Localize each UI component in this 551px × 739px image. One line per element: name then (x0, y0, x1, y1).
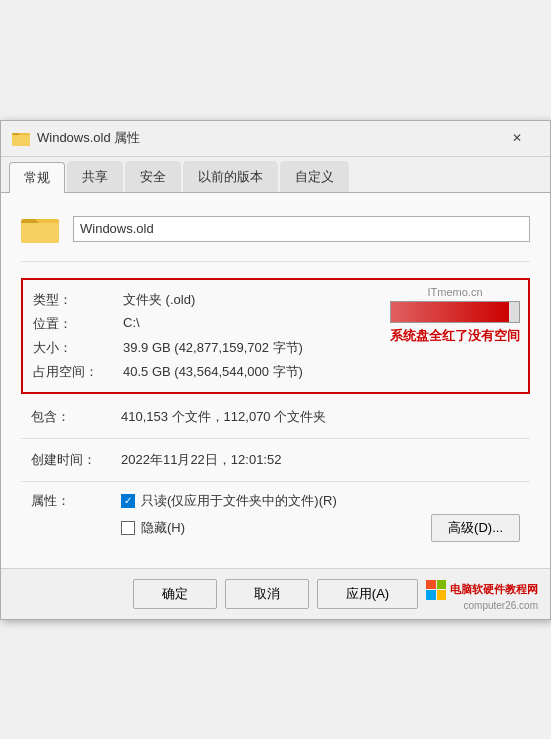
watermark-logo-row: 电脑软硬件教程网 (426, 580, 538, 600)
hidden-checkbox[interactable] (121, 521, 135, 535)
hidden-label: 隐藏(H) (141, 519, 185, 537)
normal-props: 包含： 410,153 个文件，112,070 个文件夹 (21, 404, 530, 430)
occupied-row: 占用空间： 40.5 GB (43,564,544,000 字节) (23, 360, 528, 384)
folder-name-row (21, 209, 530, 262)
readonly-label: 只读(仅应用于文件夹中的文件)(R) (141, 492, 337, 510)
content-area: ITmemo.cn 系统盘全红了没有空间 类型： 文件夹 (.old) 位置： … (1, 193, 550, 568)
attributes-section: 属性： 只读(仅应用于文件夹中的文件)(R) 隐藏(H) 高级(D)... (21, 490, 530, 544)
bottom-watermark: 电脑软硬件教程网 computer26.com (426, 580, 538, 611)
tab-customize[interactable]: 自定义 (280, 161, 349, 192)
svg-rect-1 (12, 135, 30, 146)
advanced-button[interactable]: 高级(D)... (431, 514, 520, 542)
title-folder-icon (11, 128, 31, 148)
attrs-label-row: 属性： 只读(仅应用于文件夹中的文件)(R) (21, 490, 530, 512)
hidden-row[interactable]: 隐藏(H) (121, 519, 185, 537)
watermark-url: computer26.com (464, 600, 538, 611)
watermark-overlay: ITmemo.cn 系统盘全红了没有空间 (390, 286, 520, 345)
type-label: 类型： (33, 291, 123, 309)
apply-button[interactable]: 应用(A) (317, 579, 418, 609)
tab-security[interactable]: 安全 (125, 161, 181, 192)
attrs-label: 属性： (31, 492, 121, 510)
windows-logo-icon (426, 580, 446, 600)
ok-button[interactable]: 确定 (133, 579, 217, 609)
watermark-domain: ITmemo.cn (427, 286, 482, 298)
watermark-title: 电脑软硬件教程网 (450, 582, 538, 597)
folder-icon (21, 209, 61, 249)
folder-name-input[interactable] (73, 216, 530, 242)
highlighted-props: ITmemo.cn 系统盘全红了没有空间 类型： 文件夹 (.old) 位置： … (21, 278, 530, 394)
tabs-bar: 常规 共享 安全 以前的版本 自定义 (1, 157, 550, 193)
contains-label: 包含： (31, 408, 121, 426)
contains-value: 410,153 个文件，112,070 个文件夹 (121, 408, 326, 426)
win-sq-1 (426, 580, 436, 590)
occupied-value: 40.5 GB (43,564,544,000 字节) (123, 363, 518, 381)
occupied-label: 占用空间： (33, 363, 123, 381)
readonly-row[interactable]: 只读(仅应用于文件夹中的文件)(R) (121, 492, 337, 510)
disk-bar-used (391, 302, 509, 322)
divider-2 (21, 481, 530, 482)
created-value: 2022年11月22日，12:01:52 (121, 451, 281, 469)
tab-general[interactable]: 常规 (9, 162, 65, 193)
title-controls: ✕ (494, 123, 540, 153)
win-sq-2 (437, 580, 447, 590)
svg-rect-3 (21, 223, 59, 243)
close-button[interactable]: ✕ (494, 123, 540, 153)
bottom-bar: 确定 取消 应用(A) 电脑软硬件教程网 computer26.com (1, 568, 550, 619)
created-row: 创建时间： 2022年11月22日，12:01:52 (21, 447, 530, 473)
disk-bar (390, 301, 520, 323)
properties-window: Windows.old 属性 ✕ 常规 共享 安全 以前的版本 自定义 ITme… (0, 120, 551, 620)
contains-row: 包含： 410,153 个文件，112,070 个文件夹 (21, 404, 530, 430)
location-label: 位置： (33, 315, 123, 333)
disk-bar-free (509, 302, 519, 322)
win-sq-3 (426, 590, 436, 600)
size-label: 大小： (33, 339, 123, 357)
divider-1 (21, 438, 530, 439)
readonly-checkbox[interactable] (121, 494, 135, 508)
cancel-button[interactable]: 取消 (225, 579, 309, 609)
created-label: 创建时间： (31, 451, 121, 469)
tab-share[interactable]: 共享 (67, 161, 123, 192)
tab-previous[interactable]: 以前的版本 (183, 161, 278, 192)
win-sq-4 (437, 590, 447, 600)
created-props: 创建时间： 2022年11月22日，12:01:52 (21, 447, 530, 473)
title-bar: Windows.old 属性 ✕ (1, 121, 550, 157)
window-title: Windows.old 属性 (37, 129, 494, 147)
disk-warning: 系统盘全红了没有空间 (390, 327, 520, 345)
